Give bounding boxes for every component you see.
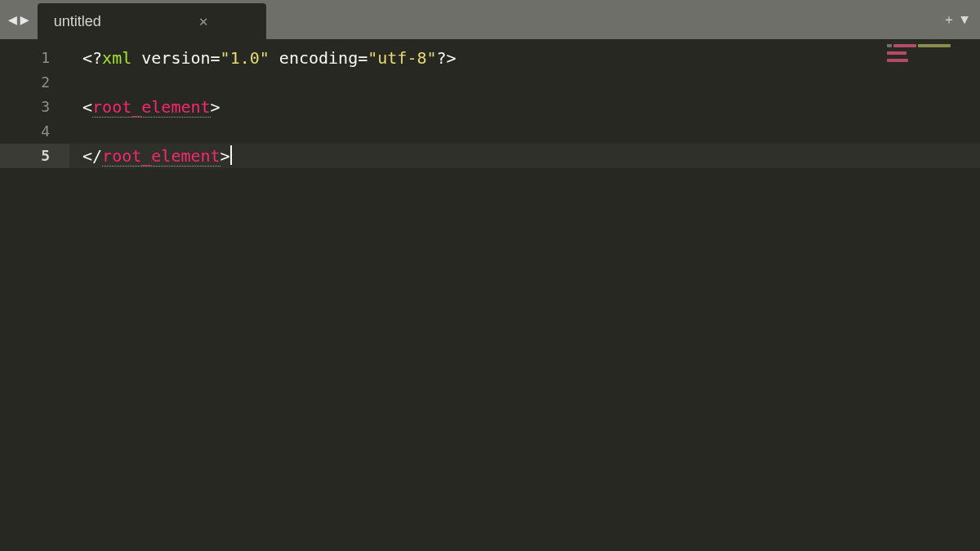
line-number-gutter: 1 2 3 4 5 xyxy=(0,39,69,551)
line-number: 4 xyxy=(0,119,69,144)
punct: > xyxy=(211,97,220,117)
tag-name: root_element xyxy=(102,146,220,167)
tab-untitled[interactable]: untitled ✕ xyxy=(38,3,266,39)
tab-nav-arrows: ◀ ▶ xyxy=(0,0,38,39)
tag-name: root_element xyxy=(92,97,211,118)
attr: version= xyxy=(141,48,220,68)
space xyxy=(270,48,279,68)
line-number: 3 xyxy=(0,95,69,119)
code-line-current[interactable]: </root_element> xyxy=(69,144,980,168)
punct: </ xyxy=(82,146,102,166)
punct: < xyxy=(82,97,92,117)
text-caret xyxy=(230,145,232,165)
editor-window: ◀ ▶ untitled ✕ ＋ ▼ 1 2 3 4 5 <?xml versi… xyxy=(0,0,980,551)
space xyxy=(131,48,141,68)
string: "1.0" xyxy=(220,48,270,68)
punct: > xyxy=(220,146,230,166)
editor-area[interactable]: 1 2 3 4 5 <?xml version="1.0" encoding="… xyxy=(0,39,980,551)
nav-forward-icon[interactable]: ▶ xyxy=(20,12,29,27)
tab-title: untitled xyxy=(54,13,101,30)
line-number-current: 5 xyxy=(0,144,69,168)
keyword-xml: xml xyxy=(102,48,131,68)
punct: ?> xyxy=(437,48,457,68)
code-line[interactable]: <root_element> xyxy=(69,95,980,119)
tab-bar-actions: ＋ ▼ xyxy=(942,0,980,39)
code-line[interactable]: <?xml version="1.0" encoding="utf-8"?> xyxy=(69,46,980,70)
punct: <? xyxy=(82,48,102,68)
line-number: 2 xyxy=(0,70,69,95)
nav-back-icon[interactable]: ◀ xyxy=(8,12,17,27)
code-line-empty[interactable] xyxy=(69,70,980,95)
string: "utf-8" xyxy=(368,48,436,68)
code-content[interactable]: <?xml version="1.0" encoding="utf-8"?> <… xyxy=(69,39,980,551)
tab-bar: ◀ ▶ untitled ✕ ＋ ▼ xyxy=(0,0,980,39)
close-icon[interactable]: ✕ xyxy=(199,14,208,29)
code-line-empty[interactable] xyxy=(69,119,980,144)
new-tab-icon[interactable]: ＋ xyxy=(942,13,956,26)
line-number: 1 xyxy=(0,46,69,70)
dropdown-icon[interactable]: ▼ xyxy=(960,13,969,26)
attr: encoding= xyxy=(279,48,368,68)
